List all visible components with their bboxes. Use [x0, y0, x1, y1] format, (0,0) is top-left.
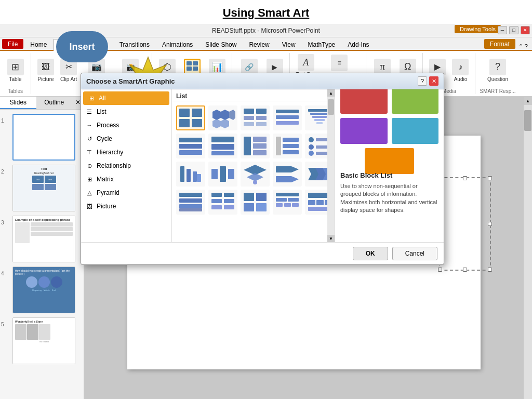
minimize-button[interactable]: ─ [498, 26, 507, 34]
thumb-hex-list[interactable] [208, 105, 237, 130]
slide-num-3: 3 [1, 220, 4, 225]
thumb-funnel[interactable] [241, 162, 270, 187]
thumb-area: List [172, 89, 335, 242]
thumb-horizontal-bullet[interactable] [176, 134, 205, 158]
ribbon-help-icon[interactable]: ⌃ ? [516, 43, 530, 50]
category-matrix[interactable]: ⊞ Matrix [81, 172, 171, 186]
svg-rect-65 [179, 193, 202, 197]
drawing-tools-label: Drawing Tools [455, 25, 501, 33]
scroll-up-arrow[interactable]: ▲ [524, 97, 532, 105]
thumb-two-col2[interactable] [208, 190, 237, 215]
cancel-button[interactable]: Cancel [392, 247, 437, 260]
tab-mathtype[interactable]: MathType [302, 39, 341, 50]
close-button[interactable]: ✕ [521, 26, 530, 34]
slide-thumb-5[interactable]: Wonderful! tell a Story The Threat [12, 317, 75, 364]
thumb-dots-list[interactable] [305, 134, 327, 158]
tab-review[interactable]: Review [243, 39, 275, 50]
tab-view[interactable]: View [276, 39, 301, 50]
svg-rect-70 [224, 193, 234, 197]
category-cycle[interactable]: ↺ Cycle [81, 132, 171, 145]
tab-home[interactable]: Home [24, 39, 52, 50]
svg-rect-38 [276, 137, 281, 155]
svg-rect-80 [276, 198, 287, 202]
svg-marker-10 [221, 110, 229, 120]
thumb-lines1[interactable] [273, 105, 302, 130]
tab-format[interactable]: Format [484, 39, 515, 49]
svg-rect-43 [316, 138, 327, 141]
grid-scroll-thumb[interactable] [328, 99, 334, 115]
grid-scroll-down[interactable]: ▼ [327, 235, 335, 242]
slide-thumb-3[interactable]: Example of a self-deprecating phrase [12, 216, 75, 262]
thumb-vertical-bars[interactable] [176, 162, 205, 187]
page-title: Using Smart Art [223, 6, 310, 19]
slide-thumb-2[interactable]: Text ReadingStuff.net Text Text [12, 165, 75, 211]
ribbon-group-smart: ? Question SMART Resp... [475, 53, 520, 94]
thumb-chevron[interactable] [305, 162, 327, 187]
svg-rect-53 [220, 166, 226, 182]
svg-rect-21 [276, 115, 299, 119]
category-pyramid[interactable]: △ Pyramid [81, 186, 171, 200]
ribbon-btn-question[interactable]: ? Question [485, 58, 510, 83]
svg-marker-56 [247, 173, 263, 181]
tab-transitions[interactable]: Transitions [114, 39, 155, 50]
category-relationship[interactable]: ⊙ Relationship [81, 159, 171, 172]
slide-thumb-1[interactable] [12, 114, 75, 161]
ribbon-btn-table[interactable]: ⊞ Table [5, 58, 26, 83]
svg-rect-40 [283, 144, 299, 148]
svg-rect-26 [314, 119, 325, 121]
thumb-picture-list[interactable] [273, 134, 302, 158]
dialog-help-button[interactable]: ? [418, 76, 427, 86]
thumb-four-blocks[interactable] [241, 190, 270, 215]
tab-animations[interactable]: Animations [156, 39, 198, 50]
thumb-multi-row[interactable] [273, 190, 302, 215]
svg-marker-13 [229, 110, 235, 120]
maximize-button[interactable]: □ [509, 26, 518, 34]
dialog-close-button[interactable]: ✕ [429, 76, 438, 86]
scroll-thumb[interactable] [524, 110, 531, 131]
picture-icon: 🖼 [85, 202, 94, 210]
svg-rect-31 [211, 137, 234, 142]
svg-rect-41 [283, 150, 299, 154]
insert-bubble: Insert [56, 31, 108, 62]
tab-file[interactable]: File [2, 39, 23, 49]
ribbon-btn-picture[interactable]: 🖼 Picture [35, 58, 56, 83]
thumb-horizontal-rows[interactable] [176, 190, 205, 215]
thumb-basic-block-list[interactable] [176, 105, 205, 130]
thumb-mixed-list[interactable] [305, 190, 327, 215]
slide-thumb-4[interactable]: How should you create a presentation? (g… [12, 267, 75, 313]
grid-scrollbar[interactable]: ▲ ▼ [327, 89, 335, 242]
list-icon: ☰ [85, 108, 94, 116]
thumb-three-blocks[interactable] [208, 134, 237, 158]
svg-marker-9 [212, 110, 221, 120]
svg-rect-25 [312, 116, 327, 118]
tab-addins[interactable]: Add-Ins [342, 39, 375, 50]
thumb-arrows-right[interactable] [273, 162, 302, 187]
svg-rect-3 [187, 66, 192, 71]
svg-rect-49 [187, 169, 191, 182]
slide-num-1: 1 [1, 118, 4, 124]
ribbon-btn-audio[interactable]: ♪ Audio [450, 58, 471, 83]
svg-rect-71 [211, 199, 222, 203]
tab-slideshow[interactable]: Slide Show [200, 39, 242, 50]
svg-rect-23 [308, 109, 327, 112]
tab-outline[interactable]: Outline [36, 97, 73, 109]
thumb-text-accent[interactable] [241, 134, 270, 158]
right-scrollbar[interactable]: ▲ ▼ [524, 97, 532, 399]
thumb-square-blocks[interactable] [208, 162, 237, 187]
preview-graphic [340, 95, 438, 167]
category-hierarchy[interactable]: ⊤ Hierarchy [81, 145, 171, 159]
grid-scroll-up[interactable]: ▲ [327, 89, 335, 97]
category-list[interactable]: ☰ List [81, 105, 171, 118]
category-picture[interactable]: 🖼 Picture [81, 200, 171, 213]
tab-slides[interactable]: Slides [0, 97, 36, 109]
thumb-stacked-lines[interactable] [305, 105, 327, 130]
thumb-two-col[interactable] [241, 105, 270, 130]
svg-rect-5 [179, 109, 190, 117]
svg-rect-19 [256, 122, 267, 126]
category-all[interactable]: ⊞ All [83, 91, 169, 105]
svg-rect-6 [192, 109, 202, 117]
dialog-title: Choose a SmartArt Graphic [86, 77, 418, 85]
ok-button[interactable]: OK [353, 247, 388, 260]
svg-rect-83 [284, 203, 291, 207]
category-process[interactable]: → Process [81, 118, 171, 132]
